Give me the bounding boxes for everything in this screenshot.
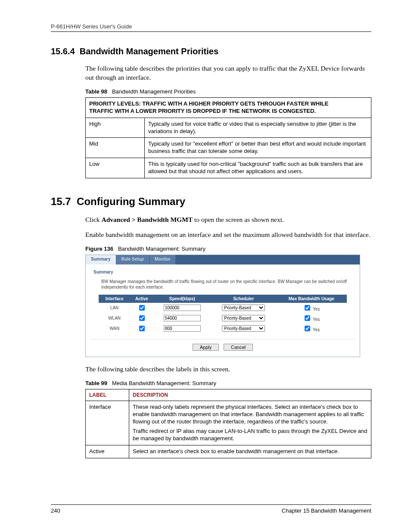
mbu-checkbox-wlan[interactable] <box>305 315 310 321</box>
scheduler-select-wlan[interactable]: Priority-Based <box>222 315 265 321</box>
table-98-caption-text: Bandwidth Management Priorities <box>112 88 196 95</box>
col-scheduler: Scheduler <box>211 295 276 302</box>
table-98: PRIORITY LEVELS: TRAFFIC WITH A HIGHER P… <box>85 97 371 178</box>
header-rule <box>51 31 371 32</box>
speed-input-wlan[interactable] <box>164 315 201 321</box>
tab-monitor[interactable]: Monitor <box>149 255 176 264</box>
col-interface: Interface <box>99 295 130 302</box>
desc-p1: These read-only labels represent the phy… <box>133 404 367 426</box>
scheduler-select-lan[interactable]: Priority-Based <box>222 305 265 311</box>
mbu-label: Yes <box>313 317 320 322</box>
table-row: WLAN Priority-Based Yes <box>99 313 346 324</box>
table-row: WAN Priority-Based Yes <box>99 324 346 334</box>
section-title: Configuring Summary <box>77 196 185 207</box>
table-row: Interface These read-only labels represe… <box>86 401 371 445</box>
panel-title: Summary <box>93 270 355 274</box>
col-speed: Speed(kbps) <box>153 295 211 302</box>
table-99-caption-bold: Table 99 <box>85 380 107 386</box>
button-row: Apply Cancel <box>91 339 355 351</box>
tab-summary[interactable]: Summary <box>86 255 116 264</box>
summary-panel: Summary BW Manager manages the bandwidth… <box>86 264 360 357</box>
iface-label: LAN <box>99 302 130 313</box>
speed-input-wan[interactable] <box>164 325 201 332</box>
prio-desc: Typically used for voice traffic or vide… <box>145 118 371 138</box>
prio-desc: This is typically used for non-critical … <box>145 158 371 178</box>
scheduler-select-wan[interactable]: Priority-Based <box>222 325 265 332</box>
chapter-label: Chapter 15 Bandwidth Management <box>282 507 371 514</box>
speed-input-lan[interactable] <box>164 305 201 311</box>
table-row: Active Select an interface's check box t… <box>86 445 371 458</box>
section-15-6-4-heading: 15.6.4 Bandwidth Management Priorities <box>51 47 371 56</box>
label-cell: Interface <box>86 401 129 445</box>
breadcrumb-bold: Advanced > Bandwidth MGMT <box>101 216 193 223</box>
section-15-7-line1: Click Advanced > Bandwidth MGMT to open … <box>85 215 371 224</box>
mbu-checkbox-wan[interactable] <box>305 326 310 331</box>
table-row: Mid Typically used for "excellent effort… <box>86 138 371 158</box>
section-num: 15.7 <box>51 196 71 207</box>
tab-rule-setup[interactable]: Rule Setup <box>116 255 149 264</box>
col-label: LABEL <box>86 389 129 401</box>
iface-label: WLAN <box>99 313 130 324</box>
section-num: 15.6.4 <box>51 47 75 56</box>
table-98-header-l2: TRAFFIC WITH A LOWER PRIORITY IS DROPPED… <box>89 108 316 114</box>
mbu-checkbox-lan[interactable] <box>305 305 310 311</box>
table-98-header-l1: PRIORITY LEVELS: TRAFFIC WITH A HIGHER P… <box>89 100 328 107</box>
label-cell: Active <box>86 445 129 458</box>
prio-label: High <box>86 118 145 138</box>
table-98-caption: Table 98 Bandwidth Management Priorities <box>85 88 371 95</box>
figure-136-caption-bold: Figure 136 <box>85 246 113 252</box>
txt: to open the screen as shown next. <box>193 216 284 223</box>
prio-desc: Typically used for "excellent effort" or… <box>145 138 371 158</box>
figure-136-caption-text: Bandwidth Management: Summary <box>118 246 206 252</box>
table-99-caption: Table 99 Media Bandwidth Management: Sum… <box>85 380 371 386</box>
after-figure-text: The following table describes the labels… <box>85 365 371 374</box>
prio-label: Mid <box>86 138 145 158</box>
col-description: DESCRIPTION <box>129 389 371 401</box>
col-active: Active <box>130 295 153 302</box>
page-number: 240 <box>51 507 60 514</box>
col-max-bw: Max Bandwidth Usage <box>277 295 347 302</box>
table-row: High Typically used for voice traffic or… <box>86 118 371 138</box>
table-row: LAN Priority-Based Yes <box>99 302 346 313</box>
txt: Click <box>85 216 101 223</box>
footer-rule <box>51 504 371 505</box>
panel-description: BW Manager manages the bandwidth of traf… <box>101 279 355 290</box>
section-15-6-4-intro: The following table describes the priori… <box>85 64 371 82</box>
mbu-label: Yes <box>313 327 320 332</box>
active-checkbox-wlan[interactable] <box>139 315 145 321</box>
summary-table: Interface Active Speed(kbps) Scheduler M… <box>99 295 346 334</box>
desc-cell: These read-only labels represent the phy… <box>129 401 371 445</box>
prio-label: Low <box>86 158 145 178</box>
section-15-7-heading: 15.7 Configuring Summary <box>51 196 371 208</box>
section-title: Bandwidth Management Priorities <box>80 47 218 56</box>
tab-strip: Summary Rule Setup Monitor <box>86 255 360 264</box>
apply-button[interactable]: Apply <box>193 344 219 351</box>
table-99: LABEL DESCRIPTION Interface These read-o… <box>85 389 371 458</box>
page: P-661H/HW Series User's Guide 15.6.4 Ban… <box>0 0 411 532</box>
figure-136-screenshot: Summary Rule Setup Monitor Summary BW Ma… <box>85 255 360 357</box>
desc-p2: Traffic redirect or IP alias may cause L… <box>133 428 367 442</box>
desc-cell: Select an interface's check box to enabl… <box>129 445 371 458</box>
section-15-7-line2: Enable bandwidth management on an interf… <box>85 230 371 240</box>
mbu-label: Yes <box>313 307 320 311</box>
table-row: Low This is typically used for non-criti… <box>86 158 371 178</box>
iface-label: WAN <box>99 324 130 334</box>
active-checkbox-wan[interactable] <box>139 326 145 331</box>
running-header: P-661H/HW Series User's Guide <box>51 23 371 30</box>
cancel-button[interactable]: Cancel <box>224 344 253 351</box>
table-98-header: PRIORITY LEVELS: TRAFFIC WITH A HIGHER P… <box>86 97 371 118</box>
active-checkbox-lan[interactable] <box>139 305 145 311</box>
figure-136-caption: Figure 136 Bandwidth Management: Summary <box>85 246 371 252</box>
table-98-caption-bold: Table 98 <box>85 88 107 95</box>
page-footer: 240 Chapter 15 Bandwidth Management <box>51 504 371 514</box>
table-99-caption-text: Media Bandwidth Management: Summary <box>112 380 216 386</box>
